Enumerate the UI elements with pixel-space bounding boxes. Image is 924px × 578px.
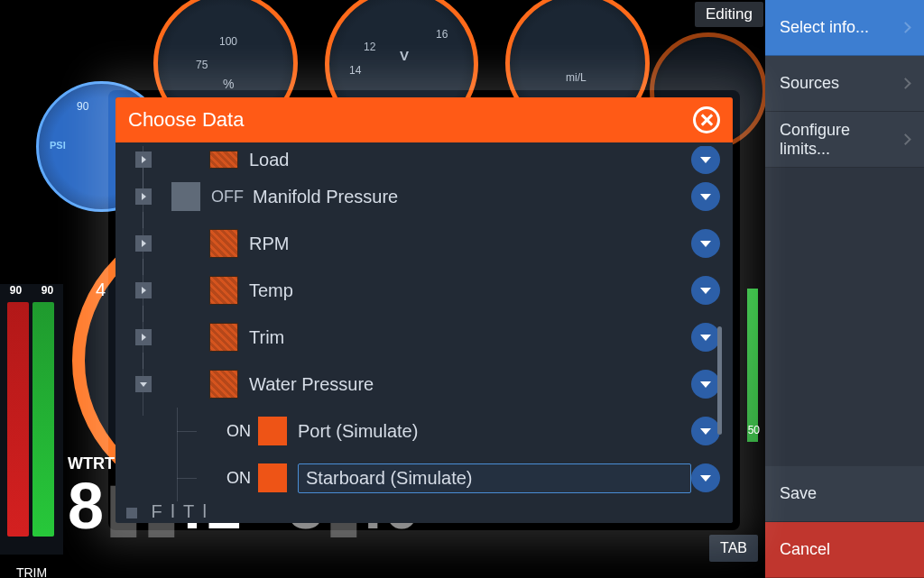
dropdown-icon[interactable]	[691, 146, 720, 174]
menu-item-label: Sources	[780, 74, 839, 93]
gauge-tick: 12	[364, 41, 375, 53]
trim-bar-starboard	[32, 302, 54, 537]
dialog-body: Load OFF Manifold Pressure RPM	[116, 142, 733, 523]
tab-label: TAB	[709, 535, 758, 562]
menu-item-sources[interactable]: Sources	[765, 56, 924, 112]
menu-item-configure-limits[interactable]: Configure limits...	[765, 112, 924, 168]
wtrt-digit: 8	[68, 470, 106, 542]
scrollbar-thumb[interactable]	[717, 326, 722, 435]
dropdown-icon[interactable]	[691, 229, 720, 258]
color-swatch	[209, 151, 238, 169]
trim-right-value: 90	[42, 284, 53, 304]
choose-data-dialog: Choose Data Load OFF Manifold Pressure	[116, 97, 733, 523]
tree-item-label: Trim	[249, 327, 691, 348]
dialog-header: Choose Data	[116, 97, 733, 142]
expand-icon[interactable]	[135, 188, 152, 205]
tree-gutter	[123, 188, 164, 205]
menu-item-label: Configure limits...	[780, 121, 901, 159]
tree-item-label: Port (Simulate)	[298, 421, 691, 442]
expand-icon[interactable]	[135, 329, 152, 345]
tab-indicator-bar	[747, 289, 758, 442]
trim-bar-port	[7, 302, 29, 537]
menu-item-label: Cancel	[780, 540, 830, 559]
menu-item-cancel[interactable]: Cancel	[765, 522, 924, 578]
dropdown-icon[interactable]	[691, 276, 720, 305]
gauge-tick: 14	[349, 64, 361, 77]
state-indicator: ON	[213, 422, 258, 441]
tree-gutter	[123, 329, 164, 345]
tree-item-label: F l T l	[152, 501, 208, 519]
tree-item-label: Starboard (Simulate)	[298, 463, 691, 493]
tree-item-water-pressure[interactable]: Water Pressure	[119, 361, 724, 408]
menu-item-save[interactable]: Save	[765, 466, 924, 522]
tree-item-label: RPM	[249, 234, 691, 254]
gauge-unit: mi/L	[566, 71, 587, 84]
dropdown-icon[interactable]	[691, 182, 720, 211]
menu-item-label: Select info...	[780, 18, 869, 37]
trim-panel: 90 90 TRIM	[0, 284, 63, 555]
tree-item-label: Temp	[249, 280, 691, 301]
gauge-unit: %	[223, 77, 234, 91]
psi-label: PSI	[50, 140, 66, 151]
trim-caption: TRIM	[0, 565, 63, 578]
tree-item-manifold-pressure[interactable]: OFF Manifold Pressure	[119, 173, 724, 220]
tree-gutter	[123, 235, 164, 252]
expand-icon[interactable]	[135, 282, 152, 298]
tree-item-trim[interactable]: Trim	[119, 314, 724, 361]
color-swatch	[171, 182, 200, 211]
tree-gutter	[123, 282, 164, 298]
tree-item-label: Water Pressure	[249, 374, 691, 395]
color-swatch	[209, 276, 238, 305]
tree-gutter	[123, 151, 164, 168]
gauge-unit: V	[400, 48, 409, 63]
gauge-tick: 75	[196, 59, 208, 71]
color-swatch	[258, 463, 287, 492]
dropdown-icon[interactable]	[691, 417, 720, 445]
color-swatch	[209, 229, 238, 258]
menu-item-label: Save	[780, 484, 817, 503]
color-swatch	[209, 323, 238, 352]
menu-item-select-info[interactable]: Select info...	[765, 0, 924, 56]
collapse-icon[interactable]	[135, 376, 152, 392]
menu-spacer	[765, 168, 924, 466]
expand-icon[interactable]	[135, 151, 152, 168]
dialog-title: Choose Data	[128, 108, 244, 132]
expand-icon[interactable]	[135, 235, 152, 252]
state-indicator: OFF	[211, 188, 253, 206]
gauge-tick: 100	[219, 35, 237, 48]
tree-gutter	[123, 376, 164, 392]
tree-subitem-port-simulate[interactable]: ON Port (Simulate)	[119, 408, 724, 454]
tree-item[interactable]: F l T l	[119, 501, 724, 519]
tree-item-label: Load	[249, 150, 691, 170]
editing-side-menu: Select info... Sources Configure limits.…	[765, 0, 924, 578]
gauge-tick: 90	[77, 100, 88, 113]
tree-subitem-starboard-simulate[interactable]: ON Starboard (Simulate)	[119, 454, 724, 501]
close-icon[interactable]	[693, 106, 720, 133]
dropdown-icon[interactable]	[691, 463, 720, 492]
state-indicator: ON	[213, 469, 258, 488]
color-swatch	[209, 370, 238, 399]
color-swatch	[258, 417, 287, 445]
tree-item-temp[interactable]: Temp	[119, 267, 724, 314]
editing-mode-badge: Editing	[695, 2, 763, 27]
trim-left-value: 90	[10, 284, 22, 304]
tab-indicator-value: 50	[748, 424, 760, 436]
tree-item[interactable]: Load	[119, 146, 724, 173]
tree-item-label: Manifold Pressure	[253, 187, 691, 207]
dropdown-icon[interactable]	[691, 323, 720, 352]
tree-item-rpm[interactable]: RPM	[119, 220, 724, 267]
gauge-tick: 4	[96, 280, 106, 300]
dropdown-icon[interactable]	[691, 370, 720, 399]
data-tree: Load OFF Manifold Pressure RPM	[119, 146, 724, 519]
gauge-tick: 16	[436, 28, 448, 41]
